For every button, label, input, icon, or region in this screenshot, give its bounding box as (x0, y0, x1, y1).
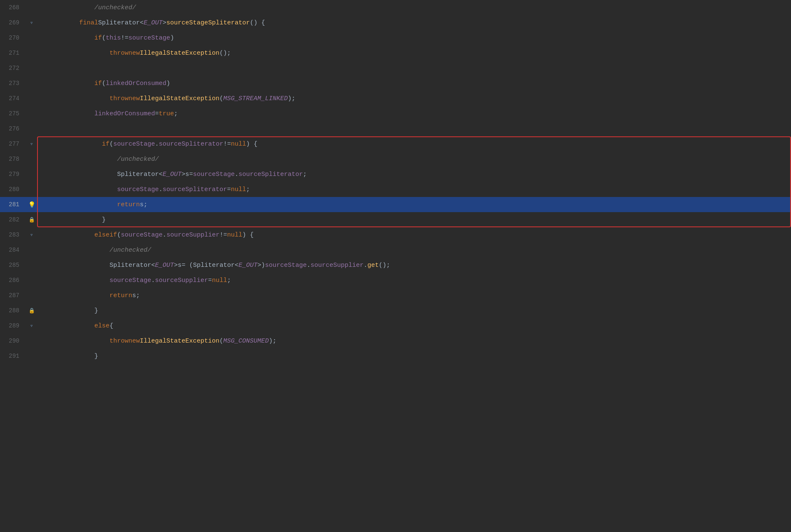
code-line-281: 281 💡 return s; (0, 197, 791, 212)
code-line-274: 274 throw new IllegalStateException(MSG_… (0, 91, 791, 106)
code-line-271: 271 throw new IllegalStateException(); (0, 45, 791, 61)
code-line-288: 288 🔒 } (0, 303, 791, 318)
code-line-269: 269 ▿ final Spliterator<E_OUT> sourceSta… (0, 15, 791, 30)
line-number-268: 268 (0, 4, 25, 11)
line-number-283: 283 (0, 231, 25, 238)
code-content-291: } (38, 349, 791, 363)
code-line-289: 289 ▿ else { (0, 318, 791, 333)
gutter-277: ▿ (25, 141, 38, 147)
code-line-270: 270 if (this != sourceStage) (0, 30, 791, 45)
code-content-287: return s; (38, 288, 791, 303)
line-number-274: 274 (0, 95, 25, 102)
code-content-288: } (38, 303, 791, 318)
code-line-278: 278 /unchecked/ (0, 152, 791, 167)
bulb-icon-281[interactable]: 💡 (28, 201, 35, 208)
code-line-275: 275 linkedOrConsumed = true; (0, 106, 791, 121)
arrow-icon-283: ▿ (30, 231, 33, 238)
line-number-289: 289 (0, 322, 25, 329)
line-number-269: 269 (0, 19, 25, 26)
code-line-279: 279 Spliterator<E_OUT> s = sourceStage.s… (0, 167, 791, 182)
line-number-287: 287 (0, 292, 25, 299)
line-number-273: 273 (0, 80, 25, 87)
line-number-279: 279 (0, 171, 25, 178)
code-content-289: else { (38, 319, 791, 333)
gutter-289: ▿ (25, 322, 38, 329)
line-number-281: 281 (0, 201, 25, 208)
red-box-region: 277 ▿ if (sourceStage.sourceSpliterator … (0, 136, 791, 227)
code-content-280: sourceStage.sourceSpliterator = null; (38, 182, 791, 197)
code-content-282: } (38, 213, 791, 227)
line-number-277: 277 (0, 141, 25, 147)
lock-icon-282: 🔒 (29, 217, 35, 223)
code-content-274: throw new IllegalStateException(MSG_STRE… (38, 91, 791, 106)
gutter-269: ▿ (25, 19, 38, 26)
line-number-286: 286 (0, 277, 25, 284)
code-content-284: /unchecked/ (38, 243, 791, 257)
line-number-284: 284 (0, 247, 25, 253)
arrow-icon-289: ▿ (30, 322, 33, 329)
code-content-269: final Spliterator<E_OUT> sourceStageSpli… (38, 16, 791, 30)
code-content-268: /unchecked/ (38, 0, 791, 15)
line-number-271: 271 (0, 50, 25, 56)
line-number-285: 285 (0, 262, 25, 269)
code-content-285: Spliterator<E_OUT> s = (Spliterator<E_OU… (38, 258, 791, 272)
code-line-287: 287 return s; (0, 288, 791, 303)
gutter-281: 💡 (25, 201, 38, 208)
code-line-290: 290 throw new IllegalStateException(MSG_… (0, 333, 791, 348)
code-editor: 268 /unchecked/ 269 ▿ final Spliterator<… (0, 0, 791, 532)
arrow-icon-269: ▿ (30, 19, 33, 26)
code-line-280: 280 sourceStage.sourceSpliterator = null… (0, 182, 791, 197)
line-number-280: 280 (0, 186, 25, 193)
code-line-291: 291 } (0, 348, 791, 364)
code-line-276: 276 (0, 121, 791, 136)
line-number-282: 282 (0, 216, 25, 223)
line-number-272: 272 (0, 65, 25, 72)
lock-icon-288: 🔒 (29, 308, 35, 314)
code-line-283: 283 ▿ else if (sourceStage.sourceSupplie… (0, 227, 791, 242)
line-number-270: 270 (0, 35, 25, 41)
code-content-275: linkedOrConsumed = true; (38, 106, 791, 121)
code-line-268: 268 /unchecked/ (0, 0, 791, 15)
code-line-286: 286 sourceStage.sourceSupplier = null; (0, 273, 791, 288)
code-content-286: sourceStage.sourceSupplier = null; (38, 273, 791, 287)
code-content-270: if (this != sourceStage) (38, 31, 791, 45)
gutter-282: 🔒 (25, 217, 38, 223)
code-content-273: if (linkedOrConsumed) (38, 76, 791, 90)
code-line-273: 273 if (linkedOrConsumed) (0, 76, 791, 91)
line-number-291: 291 (0, 353, 25, 359)
code-line-272: 272 (0, 61, 791, 76)
line-number-288: 288 (0, 307, 25, 314)
line-number-290: 290 (0, 338, 25, 344)
code-content-283: else if (sourceStage.sourceSupplier != n… (38, 228, 791, 242)
arrow-icon-277: ▿ (30, 141, 33, 147)
line-number-276: 276 (0, 125, 25, 132)
code-line-284: 284 /unchecked/ (0, 242, 791, 258)
line-number-275: 275 (0, 110, 25, 117)
code-content-278: /unchecked/ (38, 152, 791, 166)
code-content-279: Spliterator<E_OUT> s = sourceStage.sourc… (38, 167, 791, 181)
gutter-283: ▿ (25, 231, 38, 238)
code-line-277: 277 ▿ if (sourceStage.sourceSpliterator … (0, 136, 791, 152)
code-content-277: if (sourceStage.sourceSpliterator != nul… (38, 137, 791, 151)
gutter-288: 🔒 (25, 308, 38, 314)
code-line-285: 285 Spliterator<E_OUT> s = (Spliterator<… (0, 258, 791, 273)
code-content-271: throw new IllegalStateException(); (38, 46, 791, 60)
line-number-278: 278 (0, 156, 25, 162)
code-content-290: throw new IllegalStateException(MSG_CONS… (38, 334, 791, 348)
code-content-281: return s; (38, 197, 791, 212)
code-line-282: 282 🔒 } (0, 212, 791, 227)
